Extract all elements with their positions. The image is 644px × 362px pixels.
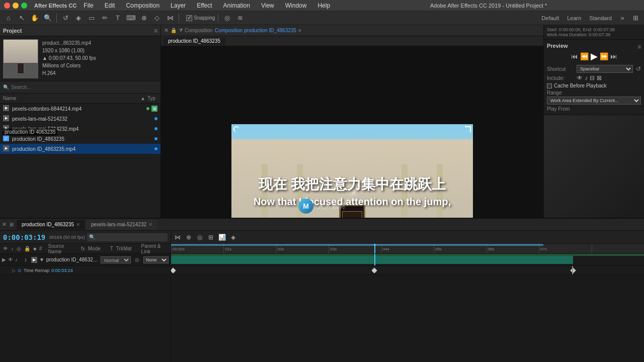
project-search-bar: 🔍 <box>0 81 160 94</box>
clone-tool[interactable]: ⊕ <box>138 13 149 24</box>
active-comp-tab[interactable]: production ID_4863235 <box>163 37 225 45</box>
timeline-tab-active[interactable]: production ID_4863235 ✕ <box>17 220 85 230</box>
rect-tool[interactable]: ▭ <box>86 13 97 24</box>
col-video-icon: 👁 <box>3 246 8 251</box>
parent-select[interactable]: None <box>143 256 169 263</box>
pen-tool[interactable]: ✏ <box>99 13 110 24</box>
expand-icon[interactable]: ▶ <box>2 257 6 262</box>
audio-icon[interactable]: ♪ <box>15 257 18 262</box>
zoom-tool[interactable]: 🔍 <box>42 13 53 24</box>
shortcut-refresh[interactable]: ↺ <box>636 65 641 72</box>
menu-view[interactable]: View <box>257 0 278 11</box>
timeline-tab-close[interactable]: ✕ <box>76 222 80 227</box>
list-item[interactable]: ▶ pexels-lars-mai-5214232 <box>0 114 160 124</box>
status-dot <box>154 127 157 130</box>
layer-type-icon: ▶ <box>31 257 37 263</box>
sub-row-right <box>171 266 644 275</box>
motion-blur-btn[interactable]: ◎ <box>221 13 232 24</box>
layer-row[interactable]: ▶ 👁 ♪ 1 ▶ ▼ production ID_4863235.mp4 No… <box>0 254 171 266</box>
shortcut-select[interactable]: Spacebar <box>577 65 633 73</box>
list-item[interactable]: ▶ pexels-cottonbro-6844214.mp4 ⊞ <box>0 104 160 114</box>
close-button[interactable] <box>4 3 10 9</box>
menu-composition[interactable]: Composition <box>122 0 164 11</box>
prev-frame-btn[interactable]: ⏪ <box>580 52 589 60</box>
sub-label: Time Remap <box>24 268 49 273</box>
select-tool[interactable]: ↖ <box>16 13 27 24</box>
corner-tr <box>465 126 471 132</box>
layer-bar[interactable] <box>171 256 573 264</box>
text-tool[interactable]: T <box>112 13 123 24</box>
minimize-button[interactable] <box>13 3 19 9</box>
comp-tabs: production ID_4863235 <box>161 36 543 46</box>
menu-layer[interactable]: Layer <box>167 0 190 11</box>
range-select[interactable]: Work Area Extended By Current... Work Ar… <box>547 97 641 105</box>
camera-tool[interactable]: ◈ <box>73 13 84 24</box>
file-name: production ID_4863235 <box>12 136 152 142</box>
tl-layers-icon[interactable]: ⊞ <box>206 233 215 242</box>
menu-animation[interactable]: Animation <box>219 0 254 11</box>
preview-menu[interactable]: ≡ <box>637 43 641 50</box>
tl-chart-icon[interactable]: 📊 <box>217 233 226 242</box>
timeline-settings[interactable]: ⊞ <box>10 222 14 227</box>
tl-render-icon[interactable]: ◎ <box>195 233 204 242</box>
preview-controls: ⏮ ⏪ ▶ ⏩ ⏭ <box>547 51 641 62</box>
workspace-learn[interactable]: Learn <box>564 15 584 21</box>
snapping-checkbox[interactable]: ✓ <box>186 15 192 21</box>
stopwatch-icon[interactable]: ⊙ <box>18 268 22 273</box>
grid-icon: ⊞ <box>151 106 157 112</box>
timeline-time[interactable]: 0:00:03:19 <box>3 233 45 241</box>
include-video-icon[interactable]: 👁 <box>577 74 583 81</box>
menu-window[interactable]: Window <box>281 0 311 11</box>
layer-mode[interactable]: Normal <box>101 256 131 263</box>
snapping-label: Snapping <box>194 15 215 21</box>
playhead[interactable] <box>374 244 375 253</box>
hand-tool[interactable]: ✋ <box>29 13 40 24</box>
workspace-default[interactable]: Default <box>538 15 562 21</box>
brush-tool[interactable]: ⌨ <box>125 13 136 24</box>
workspace-standard[interactable]: Standard <box>586 15 615 21</box>
include-export-icon[interactable]: ⊠ <box>597 74 602 81</box>
search-input[interactable] <box>11 84 157 90</box>
maximize-button[interactable] <box>21 3 27 9</box>
keyframe-start[interactable] <box>171 267 176 273</box>
menu-effect[interactable]: Effect <box>193 0 216 11</box>
graph-editor-btn[interactable]: ≋ <box>234 13 246 24</box>
left-cols: 👁 ♪ ◎ 🔒 ■ # Source Name fx Mode T TrkMat… <box>0 244 171 253</box>
home-tool[interactable]: ⌂ <box>3 13 14 24</box>
keyframe-mid[interactable] <box>372 267 377 273</box>
menu-help[interactable]: Help <box>313 0 334 11</box>
timeline-close[interactable]: ✕ <box>2 221 7 228</box>
eraser-tool[interactable]: ◇ <box>151 13 163 24</box>
timeline-search[interactable] <box>87 233 168 241</box>
keyframe-end[interactable] <box>570 267 576 273</box>
tl-camera-icon[interactable]: ◈ <box>228 233 237 242</box>
cache-checkbox[interactable] <box>547 83 552 88</box>
next-frame-btn[interactable]: ⏩ <box>600 52 608 60</box>
skip-start-btn[interactable]: ⏮ <box>571 52 578 60</box>
tl-parent-icon[interactable]: ⋈ <box>173 233 182 242</box>
eye-icon[interactable]: 👁 <box>8 257 13 262</box>
puppet-tool[interactable]: ⋈ <box>165 13 176 24</box>
col-solo-icon: ◎ <box>17 246 21 251</box>
menu-file[interactable]: File <box>79 0 97 11</box>
comp-menu[interactable]: ≡ <box>298 28 301 33</box>
project-menu-icon[interactable]: ≡ <box>154 27 157 34</box>
include-overlay-icon[interactable]: ⊟ <box>590 74 595 81</box>
layer-expand-arrow[interactable]: ▼ <box>39 257 44 262</box>
rotate-tool[interactable]: ↺ <box>60 13 71 24</box>
skip-end-btn[interactable]: ⏭ <box>610 52 617 60</box>
timeline-tab-2[interactable]: pexels-lars-mai-5214232 ✕ <box>86 220 157 230</box>
timeline-ruler[interactable]: 00:00s 01s 02s 03s 04s 05s 06s 07s <box>171 244 644 254</box>
include-audio-icon[interactable]: ♪ <box>585 74 588 81</box>
frame-info: 00169 (50.00 fps) <box>49 235 85 240</box>
comp-header-close[interactable]: ✕ <box>164 27 169 34</box>
play-btn[interactable]: ▶ <box>591 51 598 62</box>
fullscreen-btn[interactable]: ⊞ <box>630 13 641 24</box>
menu-edit[interactable]: Edit <box>101 0 119 11</box>
col-label-icon: ■ <box>33 246 36 251</box>
tl-expression-icon[interactable]: ⊕ <box>184 233 193 242</box>
timeline-tab-close-2[interactable]: ✕ <box>148 222 152 227</box>
list-item[interactable]: ▶ production ID_4863235.mp4 <box>0 144 160 154</box>
workspace-more[interactable]: » <box>617 13 628 24</box>
sub-expand[interactable]: ▷ <box>12 268 16 273</box>
